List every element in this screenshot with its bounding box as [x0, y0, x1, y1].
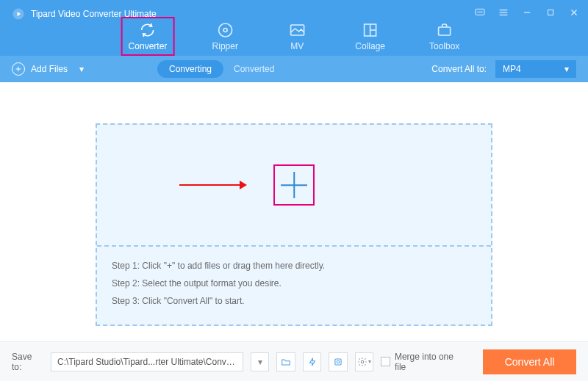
chevron-down-icon: ▾: [79, 64, 84, 74]
grid-icon: [362, 21, 379, 39]
tab-toolbox[interactable]: Toolbox: [422, 17, 467, 56]
open-folder-button[interactable]: [276, 352, 295, 371]
tab-mv[interactable]: MV: [276, 17, 318, 56]
tab-label: Ripper: [212, 41, 238, 51]
close-button[interactable]: [567, 6, 581, 19]
svg-point-3: [478, 12, 478, 12]
svg-point-23: [337, 360, 340, 363]
window-controls: [473, 6, 581, 19]
add-files-plus[interactable]: [273, 164, 315, 206]
drop-zone-top: [97, 125, 491, 247]
svg-point-24: [361, 360, 364, 363]
tab-label: Toolbox: [429, 41, 459, 51]
format-selector: Convert All to: MP4 ▾: [431, 60, 576, 78]
save-path-value: C:\Tipard Studio\Tipard...rter Ultimate\…: [57, 357, 237, 367]
chevron-down-icon: ▾: [368, 358, 371, 365]
tab-converted[interactable]: Converted: [223, 60, 284, 78]
format-value: MP4: [503, 64, 521, 74]
tab-collage[interactable]: Collage: [348, 17, 392, 56]
merge-label: Merge into one file: [395, 352, 465, 372]
main-area: Step 1: Click "+" to add files or drag t…: [0, 82, 588, 341]
footer-bar: Save to: C:\Tipard Studio\Tipard...rter …: [0, 341, 588, 381]
annotation-arrow: [179, 184, 245, 186]
tab-label: MV: [290, 41, 304, 51]
tab-ripper[interactable]: Ripper: [204, 17, 246, 56]
svg-point-14: [223, 29, 227, 32]
menu-icon[interactable]: [497, 6, 510, 19]
step-3: Step 3: Click "Convert All" to start.: [112, 292, 476, 310]
settings-button[interactable]: ▾: [355, 352, 373, 371]
checkbox-box: [381, 357, 390, 366]
drop-zone[interactable]: Step 1: Click "+" to add files or drag t…: [96, 123, 492, 326]
svg-rect-19: [439, 27, 451, 35]
briefcase-icon: [436, 21, 453, 39]
disc-icon: [216, 21, 234, 39]
subtoolbar: Add Files ▾ Converting Converted Convert…: [0, 56, 588, 82]
app-logo-icon: [12, 7, 25, 21]
svg-rect-22: [335, 358, 341, 364]
main-tabs: Converter Ripper MV Collage Toolbox: [121, 17, 467, 56]
instruction-steps: Step 1: Click "+" to add files or drag t…: [97, 247, 491, 324]
tab-label: Collage: [355, 41, 385, 51]
output-format-dropdown[interactable]: MP4 ▾: [495, 60, 576, 78]
tab-converting[interactable]: Converting: [157, 60, 223, 78]
path-dropdown-button[interactable]: ▾: [251, 352, 269, 371]
svg-rect-10: [548, 10, 553, 15]
gpu-button[interactable]: [329, 352, 347, 371]
minimize-button[interactable]: [520, 6, 534, 19]
save-to-label: Save to:: [12, 352, 43, 372]
svg-point-4: [479, 12, 480, 12]
hardware-accel-button[interactable]: [303, 352, 321, 371]
convert-all-label: Convert All: [505, 356, 555, 368]
tab-converter[interactable]: Converter: [121, 17, 175, 56]
app-header: Tipard Video Converter Ultimate Converte…: [0, 0, 588, 56]
convert-all-button[interactable]: Convert All: [483, 349, 576, 374]
tab-label: Converter: [129, 41, 168, 51]
svg-point-13: [218, 23, 232, 37]
svg-point-5: [481, 12, 482, 12]
save-path-field[interactable]: C:\Tipard Studio\Tipard...rter Ultimate\…: [51, 352, 243, 371]
plus-circle-icon: [12, 62, 25, 76]
status-tabs: Converting Converted: [157, 60, 284, 78]
convert-all-to-label: Convert All to:: [431, 64, 487, 74]
step-1: Step 1: Click "+" to add files or drag t…: [112, 257, 476, 275]
chevron-down-icon: ▾: [564, 64, 569, 74]
plus-icon: [281, 172, 307, 198]
feedback-icon[interactable]: [473, 6, 487, 19]
merge-checkbox[interactable]: Merge into one file: [381, 352, 465, 372]
step-2: Step 2: Select the output format you des…: [112, 275, 476, 292]
image-icon: [288, 21, 306, 39]
maximize-button[interactable]: [544, 6, 557, 19]
add-files-button[interactable]: Add Files ▾: [12, 62, 84, 76]
refresh-icon: [139, 21, 157, 39]
chevron-down-icon: ▾: [258, 357, 262, 367]
add-files-label: Add Files: [31, 64, 68, 74]
